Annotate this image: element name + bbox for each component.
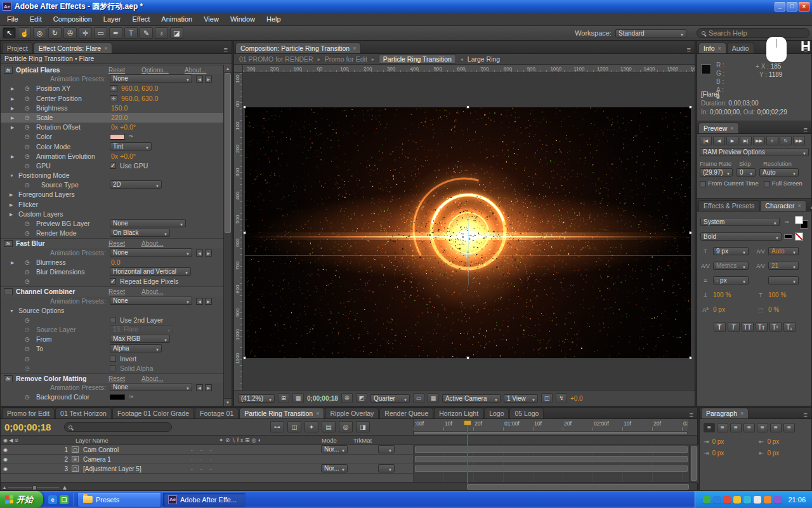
magnification-dropdown[interactable]: (41.2%) [238, 394, 275, 403]
selection-handle[interactable] [466, 105, 469, 109]
effect-enable-checkbox[interactable]: fx [4, 375, 13, 382]
mask-shape-tool[interactable]: ▭ [94, 27, 107, 39]
solid-alpha-checkbox[interactable] [110, 365, 116, 371]
stopwatch-icon[interactable]: ◷ [25, 132, 30, 142]
timeline-search-input[interactable] [64, 422, 172, 432]
menu-composition[interactable]: Composition [48, 13, 98, 25]
twirl-icon[interactable]: ▶ [11, 123, 14, 132]
align-right-button[interactable]: ≡ [730, 423, 742, 432]
small-caps-button[interactable]: Tт [756, 322, 768, 332]
stopwatch-icon[interactable]: ◷ [25, 219, 30, 229]
stopwatch-icon[interactable]: ◷ [25, 161, 30, 171]
fill-color-swatch[interactable] [795, 216, 808, 229]
grid-guides-button[interactable]: ▦ [292, 393, 304, 403]
about-link[interactable]: About... [141, 374, 163, 384]
play-button[interactable]: ▶ [726, 136, 738, 145]
justify-all-button[interactable]: ≡ [783, 423, 795, 432]
layer-duration-bar[interactable] [415, 465, 688, 472]
frame-rate-dropdown[interactable]: (29.97) [700, 168, 733, 177]
stopwatch-icon[interactable]: ◷ [25, 152, 30, 161]
close-tab-icon[interactable]: × [718, 45, 721, 51]
hand-tool[interactable]: ☝ [18, 27, 31, 39]
selection-handle[interactable] [689, 356, 692, 359]
stroke-black-swatch[interactable] [784, 234, 792, 239]
justify-last-left-button[interactable]: ≡ [743, 423, 755, 432]
reset-link[interactable]: Reset [108, 239, 125, 248]
reset-link[interactable]: Reset [108, 65, 125, 75]
previous-preset-icon[interactable]: ◀ [196, 250, 203, 257]
twirl-icon[interactable]: ▶ [11, 113, 14, 123]
effect-enable-checkbox[interactable] [4, 288, 13, 295]
layer-switch-marks[interactable]: - - - [191, 445, 214, 455]
taskbar-button-adobe-after-effe[interactable]: AeAdobe After Effe... [163, 493, 246, 507]
property-value[interactable]: 0x +0.0° [111, 152, 136, 161]
twirl-icon[interactable]: ▼ [10, 171, 14, 180]
justify-last-center-button[interactable]: ≡ [757, 423, 768, 432]
tray-icon-1[interactable] [703, 496, 710, 504]
next-preset-icon[interactable]: ▶ [205, 250, 212, 257]
use-gpu-checkbox[interactable] [110, 163, 116, 169]
about-link[interactable]: About... [141, 287, 163, 297]
menu-view[interactable]: View [198, 13, 225, 25]
layer-name[interactable]: Camera 1 [83, 455, 111, 464]
character-value-dropdown[interactable] [768, 276, 799, 284]
close-button[interactable]: × [799, 2, 809, 11]
justify-last-right-button[interactable]: ≡ [770, 423, 782, 432]
effect-row-solid-alpha[interactable]: ◷Solid Alpha [1, 364, 223, 373]
selection-tool[interactable]: ↖ [3, 27, 16, 39]
taskbar-button-presets[interactable]: Presets [78, 493, 160, 507]
invert-checkbox[interactable] [110, 356, 116, 362]
effect-row-color[interactable]: ◷Color✑ [1, 132, 223, 142]
property-value[interactable]: 150.0 [111, 104, 128, 113]
character-field-left[interactable]: Aª0 px [700, 306, 753, 313]
camera-view-dropdown[interactable]: Active Camera [442, 394, 501, 403]
effect-row-optical-flares[interactable]: fxOptical FlaresResetOptions...About... [1, 65, 223, 74]
selection-handle[interactable] [243, 105, 246, 109]
composition-mini-flowchart-button[interactable]: ⊶ [270, 421, 284, 432]
effect-row-foreground-layers[interactable]: ▶Foreground Layers [1, 190, 223, 199]
effect-enable-checkbox[interactable]: fx [4, 67, 13, 74]
effect-row-positioning-mode[interactable]: ▼Positioning Mode [1, 171, 223, 180]
effect-enable-checkbox[interactable]: fx [4, 240, 13, 247]
layer-mode-dropdown[interactable]: Nor... [321, 464, 348, 472]
stopwatch-icon[interactable]: ◷ [25, 344, 30, 354]
composition-viewport[interactable]: 1000010020030040050060070080090010001100 [234, 73, 695, 390]
character-value[interactable]: 100 % [768, 291, 786, 298]
left-panel-tab-project[interactable]: Project [2, 43, 33, 53]
breadcrumb-promo-for-edit[interactable]: Promo for Edit [325, 55, 367, 63]
twirl-icon[interactable]: ▶ [11, 258, 14, 267]
effect-row-brightness[interactable]: ▶◷Brightness150.0 [1, 104, 223, 113]
draft-3d-button[interactable]: ◫ [287, 421, 301, 432]
layer-visibility-icon[interactable]: ◉ [3, 445, 8, 455]
breadcrumb-particle-ring-transition[interactable]: Particle Ring Transition [379, 55, 456, 64]
twirl-icon[interactable]: ▶ [11, 104, 14, 113]
stopwatch-icon[interactable]: ◷ [25, 354, 30, 364]
panel-menu-icon[interactable]: ≡ [800, 126, 811, 133]
character-field-left[interactable]: ꓕ100 % [700, 291, 753, 298]
effect-row-to[interactable]: ◷ToAlpha [1, 344, 223, 354]
layer-switch-marks[interactable]: - - - [191, 455, 214, 464]
to-dropdown[interactable]: Alpha [110, 344, 162, 352]
panel-menu-icon[interactable]: ≡ [800, 411, 811, 418]
skip-dropdown[interactable]: 0 [737, 168, 756, 177]
timeline-vertical-scrollbar[interactable] [689, 445, 698, 483]
close-tab-icon[interactable]: × [797, 203, 801, 209]
view-layout-dropdown[interactable]: 1 View [504, 394, 538, 403]
point-control-icon[interactable]: ✛ [110, 95, 117, 102]
effect-row-flicker[interactable]: ▶Flicker [1, 200, 223, 210]
stopwatch-icon[interactable]: ◷ [25, 392, 30, 402]
twirl-icon[interactable]: ▶ [11, 84, 14, 93]
fast-previews-button[interactable]: ↯ [556, 393, 567, 403]
character-field-right[interactable]: A∕VAuto [756, 247, 808, 255]
space-before-field[interactable]: ⇥0 px [704, 450, 752, 457]
effect-row-animation-presets[interactable]: Animation Presets:None◀▶ [1, 383, 223, 392]
timeline-ruler[interactable]: :00f10f20f01:00f10f20f02:00f10f20f03:0 [413, 419, 688, 435]
effect-row-source-layer[interactable]: ◷Source Layer13. Flare [1, 325, 223, 335]
left-panel-tab-effect-controls-flare[interactable]: Effect Controls: Flare× [34, 43, 113, 53]
layer-mode-dropdown[interactable]: Nor... [321, 445, 348, 453]
menu-edit[interactable]: Edit [24, 13, 48, 25]
effect-row-custom-layers[interactable]: ▶Custom Layers [1, 210, 223, 219]
close-tab-icon[interactable]: × [353, 45, 356, 51]
previous-preset-icon[interactable]: ◀ [196, 298, 203, 305]
animation-presets-dropdown[interactable]: None [110, 248, 192, 257]
